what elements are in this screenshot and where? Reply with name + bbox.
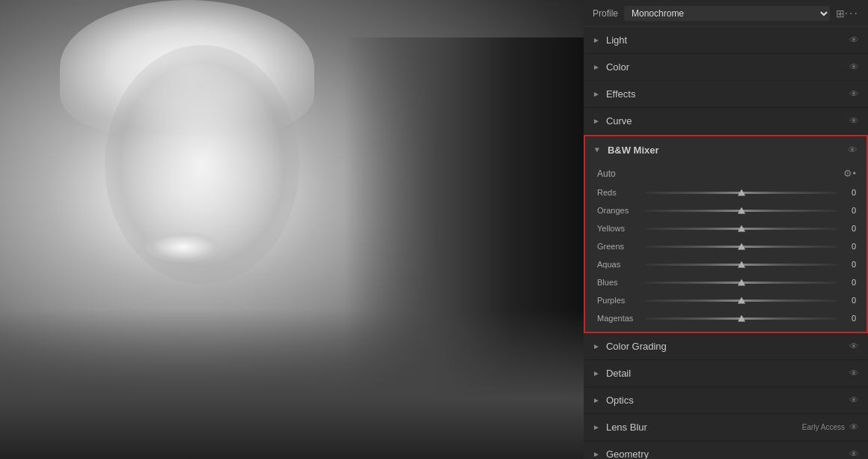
color-chevron-icon: ► [593, 63, 600, 71]
reds-slider[interactable] [644, 186, 838, 198]
light-eye-icon[interactable]: 👁 [849, 34, 859, 46]
section-detail[interactable]: ► Detail 👁 [584, 360, 868, 387]
color-eye-icon[interactable]: 👁 [849, 61, 859, 73]
oranges-value: 0 [844, 206, 856, 215]
early-access-badge: Early Access [802, 423, 845, 431]
color-title: Color [606, 61, 849, 73]
curve-chevron-icon: ► [593, 117, 600, 125]
section-lens-blur[interactable]: ► Lens Blur Early Access 👁 [584, 414, 868, 441]
oranges-label: Oranges [597, 206, 638, 215]
magentas-slider[interactable] [644, 312, 838, 324]
detail-eye-icon[interactable]: 👁 [849, 368, 859, 379]
profile-label: Profile [593, 8, 618, 19]
crowd-background [0, 309, 584, 459]
grid-icon[interactable]: ⊞ [836, 7, 845, 19]
photo-background [0, 0, 584, 459]
purples-slider-row: Purples 0 [585, 291, 867, 309]
detail-title: Detail [606, 368, 849, 379]
color-grading-eye-icon[interactable]: 👁 [849, 341, 859, 352]
auto-label: Auto [597, 168, 843, 179]
reds-label: Reds [597, 188, 638, 197]
geometry-eye-icon[interactable]: 👁 [849, 449, 859, 459]
yellows-handle[interactable] [738, 225, 745, 232]
yellows-track [644, 228, 838, 230]
oranges-slider-row: Oranges 0 [585, 201, 867, 219]
more-options-icon[interactable]: ··· [845, 7, 859, 20]
profile-bar: Profile Monochrome ⊞ ··· [584, 0, 868, 27]
section-geometry[interactable]: ► Geometry 👁 [584, 441, 868, 459]
bw-mixer-header[interactable]: ► B&W Mixer 👁 [585, 136, 867, 163]
lens-blur-title: Lens Blur [606, 422, 802, 433]
magentas-label: Magentas [597, 314, 638, 323]
reds-slider-row: Reds 0 [585, 183, 867, 201]
auto-row: Auto ⚙• [585, 163, 867, 183]
section-optics[interactable]: ► Optics 👁 [584, 387, 868, 414]
effects-eye-icon[interactable]: 👁 [849, 88, 859, 100]
yellows-slider-row: Yellows 0 [585, 219, 867, 237]
right-panel: Profile Monochrome ⊞ ··· ► Light 👁 ► Col… [584, 0, 868, 459]
section-curve[interactable]: ► Curve 👁 [584, 108, 868, 135]
greens-handle[interactable] [738, 243, 745, 250]
section-light[interactable]: ► Light 👁 [584, 27, 868, 54]
lens-blur-eye-icon[interactable]: 👁 [849, 422, 859, 433]
purples-slider[interactable] [644, 294, 838, 306]
optics-eye-icon[interactable]: 👁 [849, 395, 859, 406]
blues-label: Blues [597, 278, 638, 287]
magentas-handle[interactable] [738, 315, 745, 322]
yellows-value: 0 [844, 224, 856, 233]
bw-mixer-title: B&W Mixer [608, 145, 848, 156]
color-grading-title: Color Grading [606, 341, 849, 352]
section-color-grading[interactable]: ► Color Grading 👁 [584, 333, 868, 360]
auto-settings-icon[interactable]: ⚙• [843, 168, 856, 179]
greens-track [644, 246, 838, 248]
photo-panel [0, 0, 584, 459]
detail-chevron-icon: ► [593, 369, 600, 377]
aquas-track [644, 264, 838, 266]
magentas-value: 0 [844, 314, 856, 323]
purples-track [644, 300, 838, 302]
effects-chevron-icon: ► [593, 90, 600, 98]
reds-value: 0 [844, 188, 856, 197]
curve-title: Curve [606, 115, 849, 127]
aquas-value: 0 [844, 260, 856, 269]
blues-value: 0 [844, 278, 856, 287]
color-grading-chevron-icon: ► [593, 342, 600, 350]
bw-mixer-eye-icon[interactable]: 👁 [848, 145, 858, 156]
geometry-title: Geometry [606, 449, 849, 459]
optics-title: Optics [606, 395, 849, 406]
section-color[interactable]: ► Color 👁 [584, 54, 868, 81]
bw-mixer-section: ► B&W Mixer 👁 Auto ⚙• Reds 0 Oranges [584, 135, 868, 333]
reds-track [644, 192, 838, 194]
greens-slider-row: Greens 0 [585, 237, 867, 255]
magentas-track [644, 317, 838, 320]
light-chevron-icon: ► [593, 36, 600, 44]
blues-slider-row: Blues 0 [585, 273, 867, 291]
purples-handle[interactable] [738, 297, 745, 304]
reds-handle[interactable] [738, 189, 745, 196]
blues-handle[interactable] [738, 279, 745, 286]
aquas-handle[interactable] [738, 261, 745, 268]
geometry-chevron-icon: ► [593, 450, 600, 458]
profile-select[interactable]: Monochrome [624, 6, 830, 21]
greens-slider[interactable] [644, 240, 838, 252]
blues-slider[interactable] [644, 276, 838, 288]
bw-mixer-chevron-icon: ► [593, 146, 602, 153]
section-effects[interactable]: ► Effects 👁 [584, 81, 868, 108]
curve-eye-icon[interactable]: 👁 [849, 115, 859, 127]
yellows-slider[interactable] [644, 222, 838, 234]
purples-label: Purples [597, 296, 638, 305]
oranges-handle[interactable] [738, 207, 745, 214]
aquas-label: Aquas [597, 260, 638, 269]
oranges-track [644, 210, 838, 212]
optics-chevron-icon: ► [593, 396, 600, 404]
purples-value: 0 [844, 296, 856, 305]
effects-title: Effects [606, 88, 849, 100]
aquas-slider[interactable] [644, 258, 838, 270]
greens-label: Greens [597, 242, 638, 251]
oranges-slider[interactable] [644, 204, 838, 216]
blues-track [644, 282, 838, 284]
greens-value: 0 [844, 242, 856, 251]
aquas-slider-row: Aquas 0 [585, 255, 867, 273]
magentas-slider-row: Magentas 0 [585, 309, 867, 332]
lens-blur-chevron-icon: ► [593, 423, 600, 431]
